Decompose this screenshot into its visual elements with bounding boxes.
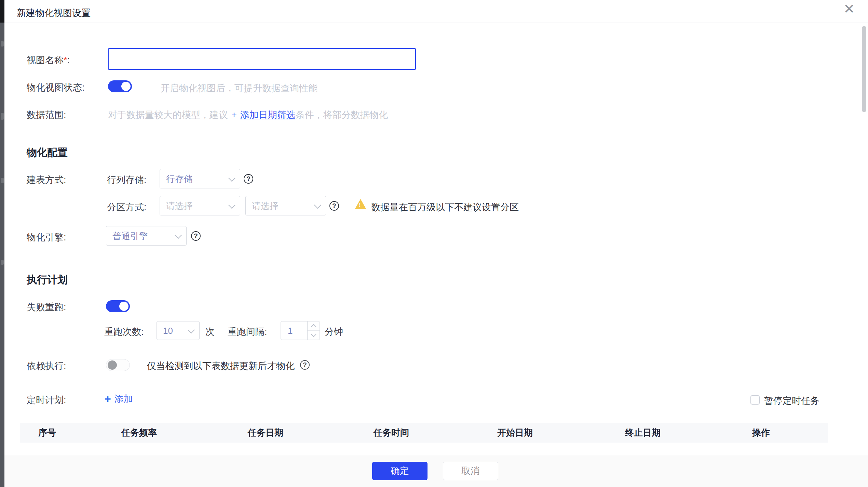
stepper-down-icon[interactable] [308, 331, 320, 340]
view-name-input[interactable] [108, 48, 416, 70]
retry-interval-stepper[interactable]: 1 [281, 321, 320, 340]
close-icon[interactable]: ✕ [843, 2, 855, 16]
pause-schedule-label: 暂停定时任务 [764, 395, 819, 407]
help-icon[interactable]: ? [329, 201, 339, 211]
chevron-down-icon [228, 201, 235, 209]
warning-icon: ! [355, 199, 366, 209]
retry-interval-label: 重跑间隔: [228, 326, 267, 338]
background-strip-mark [1, 113, 4, 120]
engine-label: 物化引擎: [27, 231, 66, 244]
cancel-button[interactable]: 取消 [443, 462, 498, 480]
data-range-label: 数据范围: [27, 109, 66, 121]
engine-select[interactable]: 普通引擎 [106, 226, 187, 246]
dialog-footer: 确定 取消 [4, 455, 868, 487]
view-name-label-text: 视图名称 [27, 55, 64, 65]
data-range-text-after: 条件，将部分数据物化 [296, 110, 388, 120]
retry-interval-value: 1 [288, 325, 293, 336]
column-header-frequency: 任务频率 [104, 427, 230, 439]
column-header-task-time: 任务时间 [356, 427, 479, 439]
retry-interval-unit: 分钟 [325, 326, 343, 338]
view-name-colon: : [67, 55, 70, 65]
retry-count-select[interactable]: 10 [157, 321, 200, 340]
add-schedule-link[interactable]: +添加 [105, 393, 133, 405]
background-strip-mark [1, 260, 4, 265]
partition-select-1[interactable]: 请选择 [160, 196, 240, 215]
retry-label: 失败重跑: [27, 301, 66, 313]
column-header-task-date: 任务日期 [230, 427, 356, 439]
help-icon[interactable]: ? [191, 231, 201, 241]
mv-status-toggle[interactable] [108, 80, 132, 92]
view-name-label: 视图名称*: [27, 54, 70, 66]
plus-icon: + [105, 393, 111, 405]
engine-select-value: 普通引擎 [112, 230, 148, 242]
column-header-end-date: 终止日期 [607, 427, 734, 439]
help-icon[interactable]: ? [244, 174, 253, 184]
add-schedule-link-text: 添加 [114, 394, 133, 404]
retry-count-value: 10 [163, 325, 173, 336]
chevron-down-icon [228, 174, 235, 182]
schedule-label: 定时计划: [27, 394, 66, 406]
mv-status-label: 物化视图状态: [27, 81, 85, 94]
stepper-up-icon[interactable] [308, 321, 320, 331]
chevron-down-icon [175, 232, 182, 239]
storage-label: 行列存储: [107, 174, 147, 186]
section-divider [27, 130, 834, 130]
background-page-strip [0, 0, 4, 487]
partition-select-2-placeholder: 请选择 [252, 200, 279, 212]
chevron-down-icon [188, 326, 195, 333]
data-range-text: 对于数据量较大的模型，建议+添加日期筛选条件，将部分数据物化 [108, 109, 388, 121]
stepper [307, 321, 320, 340]
required-asterisk: * [64, 55, 67, 65]
partition-warning-text: 数据量在百万级以下不建议设置分区 [371, 201, 519, 213]
header-divider [4, 23, 868, 23]
chevron-down-icon [314, 201, 321, 209]
column-header-index: 序号 [20, 427, 104, 439]
column-header-actions: 操作 [734, 427, 828, 439]
background-strip-mark [1, 41, 4, 47]
add-date-filter-link[interactable]: 添加日期筛选 [240, 110, 296, 120]
confirm-button[interactable]: 确定 [372, 462, 428, 480]
warning-mark: ! [359, 202, 361, 209]
data-range-text-before: 对于数据量较大的模型，建议 [108, 110, 228, 120]
storage-select-value: 行存储 [166, 173, 193, 185]
background-strip-mark [1, 178, 4, 183]
partition-label: 分区方式: [107, 201, 147, 213]
toggle-knob [108, 360, 117, 370]
dependency-toggle[interactable] [106, 359, 130, 371]
dependency-hint: 仅当检测到以下表数据更新后才物化 [147, 360, 295, 372]
partition-select-2[interactable]: 请选择 [245, 196, 326, 215]
retry-count-label: 重跑次数: [104, 326, 144, 338]
new-materialized-view-dialog: 新建物化视图设置 ✕ 视图名称*: 物化视图状态: 开启物化视图后，可提升数据查… [0, 0, 868, 487]
section-title-execution-plan: 执行计划 [27, 273, 68, 287]
storage-select[interactable]: 行存储 [160, 169, 240, 188]
scrollbar-thumb[interactable] [862, 26, 866, 112]
dependency-label: 依赖执行: [27, 360, 66, 372]
background-page-strip-header [0, 0, 4, 23]
mv-status-hint: 开启物化视图后，可提升数据查询性能 [161, 82, 317, 94]
section-divider [27, 256, 834, 256]
partition-select-1-placeholder: 请选择 [166, 200, 193, 212]
pause-schedule-checkbox[interactable] [750, 395, 760, 405]
dialog-title: 新建物化视图设置 [17, 7, 91, 19]
plus-icon: + [231, 110, 237, 120]
retry-toggle[interactable] [106, 300, 130, 312]
help-icon[interactable]: ? [300, 360, 310, 370]
table-mode-label: 建表方式: [27, 174, 66, 186]
retry-count-unit: 次 [205, 326, 215, 338]
toggle-knob [119, 302, 128, 311]
task-table-header: 序号 任务频率 任务日期 任务时间 开始日期 终止日期 操作 [20, 423, 828, 443]
section-title-materialize-config: 物化配置 [27, 146, 68, 160]
toggle-knob [121, 82, 131, 91]
column-header-start-date: 开始日期 [479, 427, 607, 439]
